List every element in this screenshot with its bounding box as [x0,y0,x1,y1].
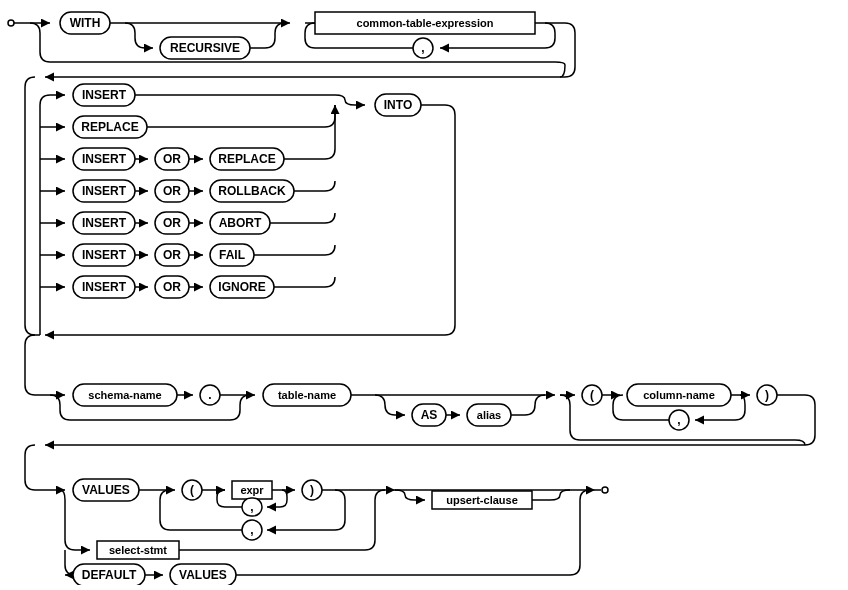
svg-text:INSERT: INSERT [82,280,127,294]
svg-text:RECURSIVE: RECURSIVE [170,41,240,55]
svg-text:OR: OR [163,152,181,166]
svg-text:OR: OR [163,248,181,262]
svg-text:REPLACE: REPLACE [218,152,275,166]
svg-text:INSERT: INSERT [82,152,127,166]
svg-text:select-stmt: select-stmt [109,544,167,556]
svg-text:IGNORE: IGNORE [218,280,265,294]
svg-text:common-table-expression: common-table-expression [357,17,494,29]
svg-text:ABORT: ABORT [219,216,262,230]
svg-text:INSERT: INSERT [82,88,127,102]
svg-text:,: , [677,413,680,427]
svg-text:INSERT: INSERT [82,248,127,262]
svg-text:OR: OR [163,216,181,230]
svg-text:schema-name: schema-name [88,389,161,401]
svg-text:column-name: column-name [643,389,715,401]
railroad-diagram: WITH RECURSIVE common-table-expression ,… [5,5,843,585]
svg-text:OR: OR [163,280,181,294]
svg-text:,: , [250,500,253,514]
svg-text:(: ( [590,388,594,402]
svg-text:VALUES: VALUES [179,568,227,582]
svg-text:AS: AS [421,408,438,422]
svg-text:VALUES: VALUES [82,483,130,497]
svg-text:INSERT: INSERT [82,216,127,230]
svg-text:FAIL: FAIL [219,248,245,262]
svg-text:INSERT: INSERT [82,184,127,198]
svg-text:.: . [208,388,211,402]
svg-text:DEFAULT: DEFAULT [82,568,137,582]
svg-text:table-name: table-name [278,389,336,401]
svg-text:upsert-clause: upsert-clause [446,494,518,506]
start-marker [8,20,14,26]
svg-text:ROLLBACK: ROLLBACK [218,184,286,198]
svg-text:,: , [250,523,253,537]
svg-text:OR: OR [163,184,181,198]
svg-text:WITH: WITH [70,16,101,30]
svg-text:,: , [421,41,424,55]
svg-text:(: ( [190,483,194,497]
end-marker [602,487,608,493]
svg-text:REPLACE: REPLACE [81,120,138,134]
svg-text:alias: alias [477,409,501,421]
svg-text:expr: expr [240,484,264,496]
svg-text:INTO: INTO [384,98,412,112]
svg-text:): ) [765,388,769,402]
svg-text:): ) [310,483,314,497]
